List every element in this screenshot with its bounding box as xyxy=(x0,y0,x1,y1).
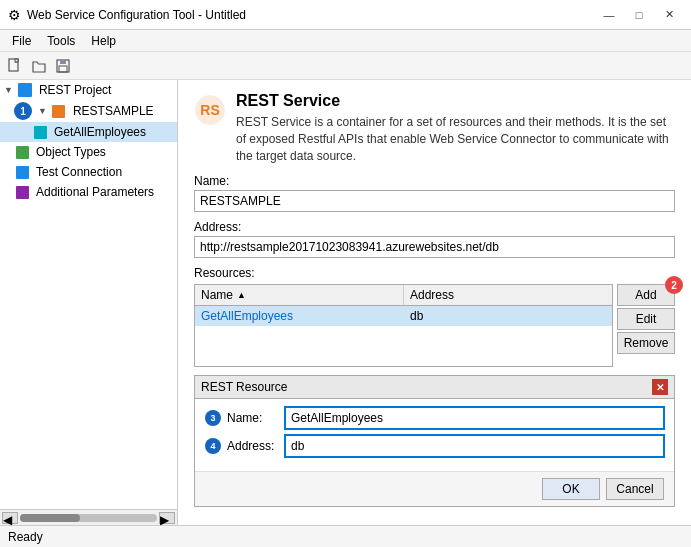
sidebar-item-root[interactable]: ▼ REST Project xyxy=(0,80,177,100)
sidebar-item-testconnection[interactable]: Test Connection xyxy=(0,162,177,182)
menu-bar: File Tools Help xyxy=(0,30,691,52)
dialog-footer: OK Cancel xyxy=(195,471,674,506)
address-field-group: Address: xyxy=(194,220,675,258)
toolbar xyxy=(0,52,691,80)
hscroll-thumb[interactable] xyxy=(20,514,80,522)
sidebar-root-label: REST Project xyxy=(39,83,111,97)
svg-rect-3 xyxy=(60,60,66,64)
panel-address-input[interactable] xyxy=(285,435,664,457)
resources-section: Resources: Name ▲ Address GetAllEmployee… xyxy=(194,266,675,367)
open-button[interactable] xyxy=(28,55,50,77)
sidebar-scrollbar[interactable]: ◀ ▶ xyxy=(0,509,177,525)
svg-text:RS: RS xyxy=(200,102,219,118)
name-input[interactable] xyxy=(194,190,675,212)
remove-button[interactable]: Remove xyxy=(617,332,675,354)
new-button[interactable] xyxy=(4,55,26,77)
row-name: GetAllEmployees xyxy=(195,308,404,324)
resource-buttons: 2 Add Edit Remove xyxy=(617,284,675,354)
sidebar-item-label-test: Test Connection xyxy=(36,165,122,179)
scroll-right-btn[interactable]: ▶ xyxy=(159,512,175,524)
badge-1: 1 xyxy=(14,102,32,120)
minimize-button[interactable]: — xyxy=(595,5,623,25)
root-icon xyxy=(17,82,33,98)
panel-name-input[interactable] xyxy=(285,407,664,429)
sidebar-item-label-get: GetAllEmployees xyxy=(54,125,146,139)
badge-4: 4 xyxy=(205,438,221,454)
scroll-left-btn[interactable]: ◀ xyxy=(2,512,18,524)
addparams-icon xyxy=(14,184,30,200)
menu-file[interactable]: File xyxy=(4,32,39,50)
table-header: Name ▲ Address xyxy=(195,285,612,306)
content-description: REST Service is a container for a set of… xyxy=(236,114,675,164)
sidebar-item-label: RESTSAMPLE xyxy=(73,104,154,118)
panel-titlebar: REST Resource ✕ xyxy=(195,376,674,399)
menu-help[interactable]: Help xyxy=(83,32,124,50)
resources-layout: Name ▲ Address GetAllEmployees db xyxy=(194,284,675,367)
sidebar-content: ▼ REST Project 1 ▼ RESTSAMPLE xyxy=(0,80,177,509)
sidebar-item-restsample[interactable]: 1 ▼ RESTSAMPLE xyxy=(0,100,177,122)
status-bar: Ready xyxy=(0,525,691,547)
window-title: Web Service Configuration Tool - Untitle… xyxy=(27,8,246,22)
sidebar: ▼ REST Project 1 ▼ RESTSAMPLE xyxy=(0,80,178,525)
table-body: GetAllEmployees db xyxy=(195,306,612,366)
objecttypes-icon xyxy=(14,144,30,160)
sidebar-item-objecttypes[interactable]: Object Types xyxy=(0,142,177,162)
content-area: RS REST Service REST Service is a contai… xyxy=(178,80,691,525)
window-controls: — □ ✕ xyxy=(595,5,683,25)
name-field-group: Name: xyxy=(194,174,675,212)
panel-address-label: Address: xyxy=(227,439,279,453)
row-address: db xyxy=(404,308,612,324)
resources-label: Resources: xyxy=(194,266,675,280)
title-bar: ⚙ Web Service Configuration Tool - Untit… xyxy=(0,0,691,30)
sidebar-item-label-add: Additional Parameters xyxy=(36,185,154,199)
panel-name-label: Name: xyxy=(227,411,279,425)
maximize-button[interactable]: □ xyxy=(625,5,653,25)
restsample-icon xyxy=(51,103,67,119)
panel-title: REST Resource xyxy=(201,380,287,394)
sidebar-item-additionalparams[interactable]: Additional Parameters xyxy=(0,182,177,202)
address-input[interactable] xyxy=(194,236,675,258)
status-text: Ready xyxy=(8,530,43,544)
col-name[interactable]: Name ▲ xyxy=(195,285,404,305)
rest-resource-panel: REST Resource ✕ 3 Name: 4 Address: OK xyxy=(194,375,675,507)
sort-arrow: ▲ xyxy=(237,290,246,300)
close-button[interactable]: ✕ xyxy=(655,5,683,25)
add-btn-wrapper: 2 Add xyxy=(617,284,675,306)
getallemployees-icon xyxy=(32,124,48,140)
testconn-icon xyxy=(14,164,30,180)
add-badge: 2 xyxy=(665,276,683,294)
ok-button[interactable]: OK xyxy=(542,478,600,500)
svg-rect-1 xyxy=(15,59,18,62)
cancel-button[interactable]: Cancel xyxy=(606,478,664,500)
panel-address-row: 4 Address: xyxy=(205,435,664,457)
content-header: RS REST Service REST Service is a contai… xyxy=(194,92,675,164)
badge-3: 3 xyxy=(205,410,221,426)
page-title: REST Service xyxy=(236,92,675,110)
name-label: Name: xyxy=(194,174,675,188)
sidebar-item-label-obj: Object Types xyxy=(36,145,106,159)
save-button[interactable] xyxy=(52,55,74,77)
panel-name-row: 3 Name: xyxy=(205,407,664,429)
main-area: ▼ REST Project 1 ▼ RESTSAMPLE xyxy=(0,80,691,525)
edit-button[interactable]: Edit xyxy=(617,308,675,330)
menu-tools[interactable]: Tools xyxy=(39,32,83,50)
panel-close-button[interactable]: ✕ xyxy=(652,379,668,395)
panel-body: 3 Name: 4 Address: xyxy=(195,399,674,471)
rest-service-icon: RS xyxy=(194,94,226,132)
sidebar-item-getallemployees[interactable]: GetAllEmployees xyxy=(0,122,177,142)
address-label: Address: xyxy=(194,220,675,234)
table-row[interactable]: GetAllEmployees db xyxy=(195,306,612,326)
resources-table: Name ▲ Address GetAllEmployees db xyxy=(194,284,613,367)
svg-rect-4 xyxy=(59,66,67,72)
hscroll-track[interactable] xyxy=(20,514,157,522)
col-address: Address xyxy=(404,285,612,305)
app-icon: ⚙ xyxy=(8,7,21,23)
